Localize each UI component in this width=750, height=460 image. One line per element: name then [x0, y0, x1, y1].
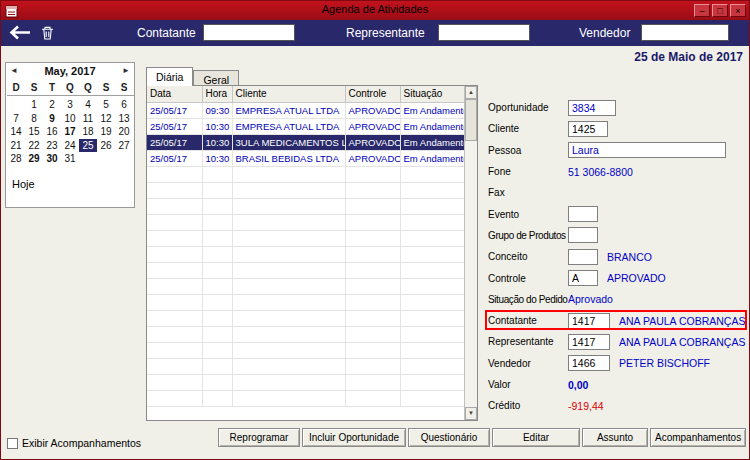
table-row[interactable]: 25/05/1710:30EMPRESA ATUAL LTDAAPROVADOE…	[147, 118, 465, 134]
cell-empty	[400, 214, 465, 230]
column-header[interactable]: Situação	[400, 86, 465, 102]
calendar-day-11[interactable]: 11	[79, 112, 97, 126]
calendar-day-6[interactable]: 6	[115, 98, 133, 112]
exibir-acompanhamentos-row: Exibir Acompanhamentos	[7, 437, 141, 449]
questionario-button[interactable]: Questionário	[408, 428, 490, 447]
calendar-day-20[interactable]: 20	[115, 125, 133, 139]
table-row[interactable]: 25/05/1709:30EMPRESA ATUAL LTDAAPROVADOE…	[147, 102, 465, 118]
pessoa-input[interactable]: Laura	[568, 142, 726, 158]
column-header[interactable]: Data	[147, 86, 202, 102]
table-row[interactable]: 25/05/1710:30BRASIL BEBIDAS LTDAAPROVADO…	[147, 150, 465, 166]
calendar-day-28[interactable]: 28	[7, 152, 25, 166]
calendar-day-21[interactable]: 21	[7, 139, 25, 153]
cell-empty	[345, 214, 400, 230]
assunto-button[interactable]: Assunto	[582, 428, 648, 447]
vendedor-input[interactable]: 1466	[568, 355, 610, 371]
cell-empty	[345, 166, 400, 182]
calendar-day-5[interactable]: 5	[97, 98, 115, 112]
calendar-day-31[interactable]: 31	[61, 152, 79, 166]
toolbar-label-contatante: Contatante	[137, 26, 196, 40]
calendar-day-1[interactable]: 1	[25, 98, 43, 112]
back-icon[interactable]	[9, 25, 33, 44]
contatante-input[interactable]: 1417	[568, 313, 610, 329]
cell-empty	[400, 326, 465, 342]
calendar-today-link[interactable]: Hoje	[12, 178, 134, 190]
field-label-evento: Evento	[488, 209, 568, 220]
oportunidade-input[interactable]: 3834	[568, 100, 616, 116]
cliente-input[interactable]: 1425	[568, 121, 608, 137]
calendar-day-18[interactable]: 18	[79, 125, 97, 139]
calendar-day-22[interactable]: 22	[25, 139, 43, 153]
column-header[interactable]: Hora	[202, 86, 232, 102]
exibir-acompanhamentos-checkbox[interactable]	[7, 438, 18, 449]
grupo-de-produtos-input[interactable]	[568, 227, 598, 243]
vendedor-value: PETER BISCHOFF	[619, 357, 710, 369]
cell-empty	[202, 294, 232, 310]
titlebar[interactable]: Agenda de Atividades – □ ×	[1, 1, 749, 20]
calendar-day-27[interactable]: 27	[115, 139, 133, 153]
calendar-day-7[interactable]: 7	[7, 112, 25, 126]
tab-geral[interactable]: Geral	[193, 70, 239, 86]
maximize-button[interactable]: □	[712, 4, 728, 17]
calendar-prev-icon[interactable]: ◄	[10, 66, 18, 75]
cell-controle: APROVADO	[345, 102, 400, 118]
tab-diaria[interactable]: Diária	[146, 67, 193, 86]
representante-input[interactable]: 1417	[568, 334, 610, 350]
acompanhamentos-button[interactable]: Acompanhamentos	[650, 428, 746, 447]
calendar-day-23[interactable]: 23	[43, 139, 61, 153]
field-label-representante: Representante	[488, 336, 568, 347]
representante-filter-input[interactable]	[438, 24, 530, 41]
table-row[interactable]: 25/05/1710:303ULA MEDICAMENTOS LTDAAPROV…	[147, 134, 465, 150]
toolbar-label-vendedor: Vendedor	[579, 26, 630, 40]
incluir-oportunidade-button[interactable]: Incluir Oportunidade	[302, 428, 406, 447]
cell-empty	[202, 230, 232, 246]
calendar-day-29[interactable]: 29	[25, 152, 43, 166]
calendar-day-4[interactable]: 4	[79, 98, 97, 112]
calendar-day-10[interactable]: 10	[61, 112, 79, 126]
contatante-filter-input[interactable]	[203, 24, 295, 41]
field-row-fone: Fone51 3066-8800	[488, 161, 750, 182]
calendar-dow-label: Q	[79, 81, 97, 95]
cell-situacao: Em Andamento	[400, 102, 465, 118]
table-row-empty	[147, 358, 465, 374]
close-button[interactable]: ×	[730, 4, 746, 17]
cell-empty	[147, 198, 202, 214]
calendar-day-17[interactable]: 17	[61, 125, 79, 139]
field-row-controle: ControleAAPROVADO	[488, 267, 750, 288]
cell-empty	[345, 310, 400, 326]
calendar-next-icon[interactable]: ►	[122, 66, 130, 75]
minimize-button[interactable]: –	[694, 4, 710, 17]
field-row-grupo-de-produtos: Grupo de Produtos	[488, 225, 750, 246]
column-header[interactable]: Cliente	[232, 86, 345, 102]
reprogramar-button[interactable]: Reprogramar	[218, 428, 300, 447]
trash-icon[interactable]	[41, 26, 54, 44]
calendar-day-14[interactable]: 14	[7, 125, 25, 139]
calendar-day-24[interactable]: 24	[61, 139, 79, 153]
scroll-down-icon[interactable]: ▼	[465, 407, 477, 420]
calendar-day-9[interactable]: 9	[43, 112, 61, 126]
editar-button[interactable]: Editar	[492, 428, 580, 447]
cell-empty	[345, 182, 400, 198]
vendedor-filter-input[interactable]	[641, 24, 729, 41]
conceito-input[interactable]	[568, 249, 598, 265]
table-scrollbar[interactable]: ▲ ▼	[464, 86, 477, 420]
cell-controle: APROVADO	[345, 118, 400, 134]
scrollbar-thumb[interactable]	[465, 99, 477, 141]
calendar-day-13[interactable]: 13	[115, 112, 133, 126]
calendar-day-8[interactable]: 8	[25, 112, 43, 126]
calendar-day-2[interactable]: 2	[43, 98, 61, 112]
evento-input[interactable]	[568, 206, 598, 222]
cell-empty	[400, 262, 465, 278]
calendar-day-30[interactable]: 30	[43, 152, 61, 166]
calendar-day-26[interactable]: 26	[97, 139, 115, 153]
calendar-day-3[interactable]: 3	[61, 98, 79, 112]
column-header[interactable]: Controle	[345, 86, 400, 102]
controle-input[interactable]: A	[568, 270, 598, 286]
scroll-up-icon[interactable]: ▲	[465, 86, 477, 99]
calendar-day-19[interactable]: 19	[97, 125, 115, 139]
calendar-day-12[interactable]: 12	[97, 112, 115, 126]
calendar-day-16[interactable]: 16	[43, 125, 61, 139]
window-title: Agenda de Atividades	[1, 3, 749, 15]
calendar-day-25[interactable]: 25	[79, 139, 97, 153]
calendar-day-15[interactable]: 15	[25, 125, 43, 139]
